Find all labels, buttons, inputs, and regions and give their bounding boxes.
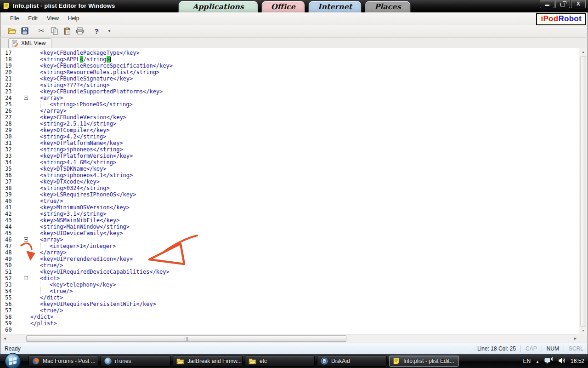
code-line-35[interactable]: 35<key>DTSDKName</key> [1, 166, 579, 172]
volume-tray-item[interactable] [558, 357, 565, 365]
taskbar-button-mac-forums-post[interactable]: Mac Forums - Post ... [28, 356, 98, 367]
vertical-scroll-thumb[interactable] [580, 56, 586, 327]
horizontal-scrollbar[interactable]: ◀ ▶ [1, 334, 579, 343]
code-line-21[interactable]: 21<key>CFBundleSignature</key> [1, 75, 579, 82]
help-button[interactable]: ? [91, 26, 102, 36]
code-text: <true/> [30, 198, 63, 204]
taskbar-button-jailbreak-and-firmw[interactable]: JailBreak and Firmw... [173, 356, 243, 367]
code-line-23[interactable]: 23<key>CFBundleSupportedPlatforms</key> [1, 88, 579, 95]
fold-collapse-icon[interactable] [24, 276, 28, 280]
menu-help[interactable]: Help [63, 13, 84, 23]
fold-column [22, 75, 30, 82]
code-line-18[interactable]: 18<string>APPL</string> [1, 56, 579, 63]
scroll-right-arrow-icon[interactable]: ▶ [571, 334, 579, 343]
close-button[interactable]: X [571, 0, 586, 8]
code-line-60[interactable]: 60 [1, 327, 579, 333]
menu-file[interactable]: File [6, 13, 23, 23]
scroll-up-arrow-icon[interactable]: ▲ [579, 48, 587, 56]
scroll-left-arrow-icon[interactable]: ◀ [1, 334, 9, 343]
desktop-tab-applications[interactable]: Applications [178, 0, 258, 12]
code-line-28[interactable]: 28<string>2.5.11</string> [1, 121, 579, 127]
code-line-19[interactable]: 19<key>CFBundleResourceSpecification</ke… [1, 63, 579, 69]
network-tray-item[interactable] [544, 357, 553, 365]
desktop-tab-office[interactable]: Office [261, 0, 305, 12]
code-line-36[interactable]: 36<string>iphoneos4.1</string> [1, 172, 579, 178]
code-line-33[interactable]: 33<key>DTPlatformVersion</key> [1, 153, 579, 159]
line-number: 52 [1, 275, 22, 282]
code-line-49[interactable]: 49<key>UIPrerenderedIcon</key> [1, 256, 579, 262]
code-editor[interactable]: 17<key>CFBundlePackageType</key>18<strin… [0, 48, 588, 343]
print-button[interactable] [74, 26, 85, 36]
desktop-tab-internet[interactable]: Internet [308, 0, 362, 12]
code-line-29[interactable]: 29<key>DTCompiler</key> [1, 127, 579, 133]
code-line-50[interactable]: 50<true/> [1, 262, 579, 269]
code-line-57[interactable]: 57<true/> [1, 307, 579, 314]
dropdown-arrow-button[interactable]: ▾ [104, 26, 115, 36]
code-line-52[interactable]: 52<dict> [1, 275, 579, 282]
svg-text:♪: ♪ [107, 359, 109, 364]
code-line-59[interactable]: 59</plist> [1, 320, 579, 327]
code-line-30[interactable]: 30<string>4.2</string> [1, 133, 579, 140]
code-line-56[interactable]: 56<key>UIRequiresPersistentWiFi</key> [1, 301, 579, 307]
horizontal-scroll-thumb[interactable] [26, 335, 346, 342]
restore-button[interactable] [555, 0, 570, 8]
code-line-46[interactable]: 46<array> [1, 236, 579, 243]
code-line-45[interactable]: 45<key>UIDeviceFamily</key> [1, 230, 579, 236]
menu-view[interactable]: View [42, 13, 63, 23]
code-line-51[interactable]: 51<key>UIRequiredDeviceCapabilities</key… [1, 269, 579, 275]
code-line-44[interactable]: 44<string>MainWindow</string> [1, 224, 579, 230]
code-line-42[interactable]: 42<string>3.1</string> [1, 211, 579, 217]
code-line-41[interactable]: 41<key>MinimumOSVersion</key> [1, 204, 579, 211]
minimize-button[interactable] [540, 0, 554, 8]
code-line-25[interactable]: 25<string>iPhoneOS</string> [1, 101, 579, 108]
code-line-31[interactable]: 31<key>DTPlatformName</key> [1, 140, 579, 146]
cut-button[interactable]: ✂ [36, 26, 47, 36]
code-text: <key>telephony</key> [30, 282, 116, 288]
code-line-58[interactable]: 58</dict> [1, 314, 579, 320]
code-line-47[interactable]: 47<integer>1</integer> [1, 243, 579, 249]
window-titlebar[interactable]: Info.plist - plist Editor for Windows Ap… [0, 0, 588, 12]
taskbar-button-etc[interactable]: etc [245, 356, 315, 367]
taskbar-button-itunes[interactable]: ♪iTunes [101, 356, 170, 367]
code-line-22[interactable]: 22<string>????</string> [1, 82, 579, 88]
code-line-48[interactable]: 48</array> [1, 249, 579, 256]
code-line-17[interactable]: 17<key>CFBundlePackageType</key> [1, 50, 579, 56]
code-segment: /string [83, 56, 107, 63]
code-line-34[interactable]: 34<string>4.1 GM</string> [1, 159, 579, 166]
fold-collapse-icon[interactable] [24, 237, 28, 242]
code-line-39[interactable]: 39<key>LSRequiresIPhoneOS</key> [1, 191, 579, 198]
code-line-24[interactable]: 24<array> [1, 95, 579, 101]
taskbar-button-info-plist-plist-edit[interactable]: Info.plist - plist Edit... [389, 356, 459, 367]
code-line-55[interactable]: 55</dict> [1, 294, 579, 301]
code-line-43[interactable]: 43<key>NSMainNibFile</key> [1, 217, 579, 224]
clock[interactable]: 16:52 [571, 358, 584, 364]
copy-button[interactable] [49, 26, 60, 36]
code-line-26[interactable]: 26</array> [1, 108, 579, 114]
taskbar-button-diskaid[interactable]: DiskAid [317, 356, 387, 367]
code-line-54[interactable]: 54<true/> [1, 288, 579, 294]
line-number: 57 [1, 307, 22, 314]
fold-collapse-icon[interactable] [24, 96, 28, 100]
language-indicator[interactable]: EN [523, 358, 531, 364]
bracket-match-highlight: > [107, 56, 110, 63]
code-line-37[interactable]: 37<key>DTXcode</key> [1, 178, 579, 185]
code-line-40[interactable]: 40<true/> [1, 198, 579, 204]
code-line-38[interactable]: 38<string>0324</string> [1, 185, 579, 191]
open-folder-button[interactable] [6, 26, 17, 36]
tab-xml-view[interactable]: XML View [8, 38, 51, 48]
save-button[interactable] [19, 26, 30, 36]
line-number: 47 [1, 243, 22, 249]
code-line-53[interactable]: 53<key>telephony</key> [1, 282, 579, 288]
dropdown-arrow-icon: ▾ [108, 29, 111, 33]
up-arrow-tray-item[interactable]: ▲ [536, 358, 539, 364]
status-bar: Ready Line: 18 Col: 25 CAPNUMSCRL [0, 343, 588, 354]
code-line-20[interactable]: 20<string>ResourceRules.plist</string> [1, 69, 579, 75]
vertical-scrollbar[interactable]: ▲ ▼ [579, 48, 587, 335]
scroll-down-arrow-icon[interactable]: ▼ [579, 327, 587, 334]
menu-edit[interactable]: Edit [23, 13, 42, 23]
start-button[interactable] [4, 352, 22, 368]
desktop-tab-places[interactable]: Places [365, 0, 410, 12]
code-line-32[interactable]: 32<string>iphoneos</string> [1, 146, 579, 153]
paste-button[interactable] [62, 26, 73, 36]
code-line-27[interactable]: 27<key>CFBundleVersion</key> [1, 114, 579, 121]
